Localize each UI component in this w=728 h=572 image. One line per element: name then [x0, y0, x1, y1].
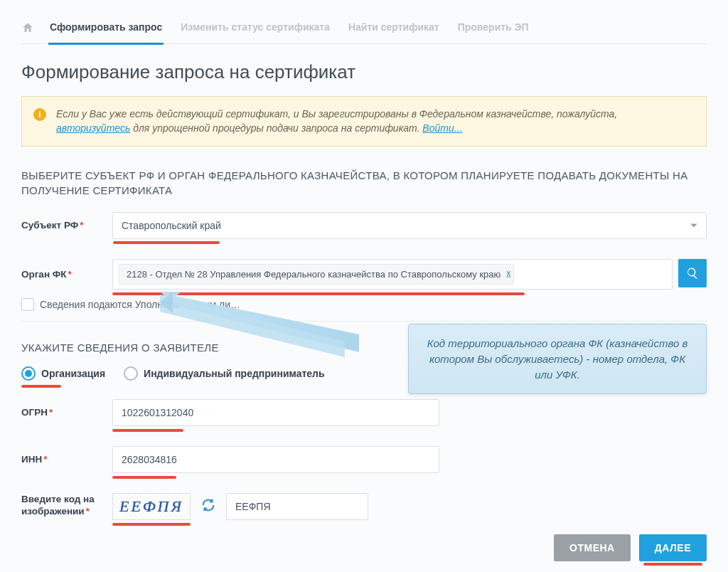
- login-link[interactable]: Войти...: [422, 122, 462, 134]
- search-icon: [686, 267, 699, 280]
- tab-find-cert[interactable]: Найти сертификат: [347, 14, 441, 45]
- radio-icon-unchecked: [124, 366, 138, 381]
- tabs: Сформировать запрос Изменить статус серт…: [48, 14, 530, 43]
- ogrn-input[interactable]: 1022601312040: [112, 399, 439, 426]
- callout-tooltip: Код территориального органа ФК (казначей…: [408, 324, 707, 394]
- page-title: Формирование запроса на сертификат: [21, 61, 707, 83]
- captcha-row: Введите код на изображении* ЕЕФПЯ ЕЕФПЯ: [21, 493, 707, 520]
- radio-organization[interactable]: Организация: [21, 366, 105, 381]
- tab-create-request[interactable]: Сформировать запрос: [48, 14, 164, 45]
- next-button[interactable]: ДАЛЕЕ: [639, 534, 707, 561]
- ogrn-label: ОГРН*: [21, 407, 112, 418]
- tab-change-status[interactable]: Изменить статус сертификата: [179, 14, 331, 45]
- captcha-label: Введите код на изображении*: [21, 493, 112, 518]
- delegate-checkbox[interactable]: [21, 298, 34, 311]
- top-nav: Сформировать запрос Изменить статус серт…: [21, 14, 707, 44]
- tab-check-ep[interactable]: Проверить ЭП: [456, 14, 530, 45]
- inn-row: ИНН* 2628034816: [21, 446, 707, 473]
- separator: [21, 321, 707, 322]
- subject-row: Субъект РФ* Ставропольский край: [21, 212, 707, 239]
- organ-tag: 2128 - Отдел № 28 Управления Федеральног…: [119, 264, 514, 285]
- ogrn-row: ОГРН* 1022601312040: [21, 399, 707, 426]
- captcha-image: ЕЕФПЯ: [112, 493, 191, 520]
- organ-row: Орган ФК* 2128 - Отдел № 28 Управления Ф…: [21, 259, 707, 290]
- subject-value: Ставропольский край: [122, 220, 221, 231]
- info-text-2: для упрощенной процедуры подачи запроса …: [130, 122, 422, 134]
- delegate-checkbox-row[interactable]: Сведения подаются Уполномоченным ли…: [21, 298, 707, 311]
- info-text-1: Если у Вас уже есть действующий сертифик…: [56, 108, 617, 120]
- chevron-down-icon: [690, 223, 697, 227]
- cancel-button[interactable]: ОТМЕНА: [554, 534, 631, 561]
- footer-buttons: ОТМЕНА ДАЛЕЕ: [21, 534, 707, 561]
- home-icon[interactable]: [21, 21, 34, 36]
- reload-captcha-icon[interactable]: [200, 497, 216, 515]
- auth-link[interactable]: авторизуйтесь: [56, 122, 130, 134]
- inn-label: ИНН*: [21, 454, 112, 465]
- radio-icon-checked: [21, 366, 36, 381]
- radio-individual[interactable]: Индивидуальный предприниматель: [124, 366, 325, 381]
- section1-heading: ВЫБЕРИТЕ СУБЪЕКТ РФ И ОРГАН ФЕДЕРАЛЬНОГО…: [21, 168, 707, 198]
- subject-select[interactable]: Ставропольский край: [112, 212, 707, 239]
- delegate-label: Сведения подаются Уполномоченным ли…: [40, 299, 240, 310]
- organ-label: Орган ФК*: [21, 269, 112, 280]
- subject-label: Субъект РФ*: [21, 220, 112, 231]
- radio-ip-label: Индивидуальный предприниматель: [144, 368, 325, 379]
- captcha-input[interactable]: ЕЕФПЯ: [226, 493, 368, 520]
- info-banner: i Если у Вас уже есть действующий сертиф…: [21, 96, 707, 147]
- radio-org-label: Организация: [41, 368, 105, 379]
- inn-input[interactable]: 2628034816: [112, 446, 439, 473]
- organ-tagbox[interactable]: 2128 - Отдел № 28 Управления Федеральног…: [112, 259, 673, 290]
- organ-search-button[interactable]: [678, 259, 707, 287]
- remove-tag-icon[interactable]: x: [506, 268, 510, 278]
- info-icon: i: [33, 108, 46, 121]
